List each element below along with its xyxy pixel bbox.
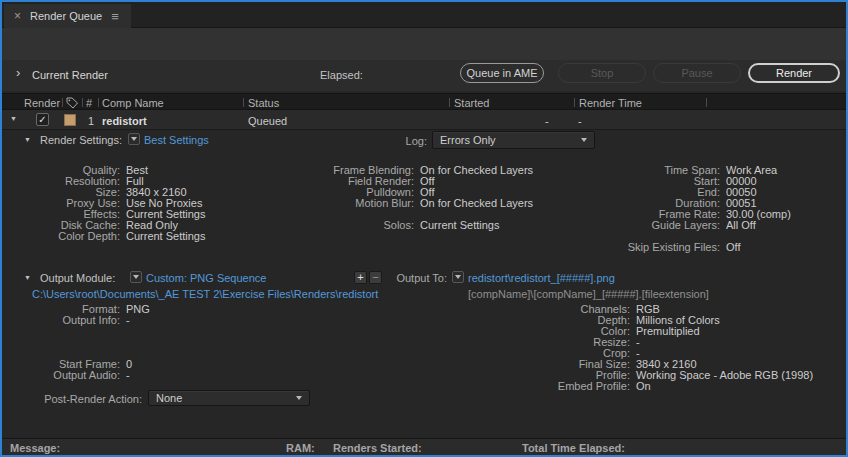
column-separator [98,98,99,107]
close-icon[interactable]: × [14,9,21,23]
render-settings-preset-dropdown-icon[interactable] [128,133,140,145]
item-comp-name: redistort [102,115,147,127]
output-module-preset-dropdown-icon[interactable] [130,271,142,283]
pause-button[interactable]: Pause [653,63,741,83]
setting-value: On [636,381,651,392]
panel-menu-icon[interactable]: ≡ [111,9,119,24]
tag-icon [66,97,79,109]
elapsed-label: Elapsed: [320,69,363,81]
rs-color-depth: Color Depth:Current Settings [10,231,355,242]
render-button[interactable]: Render [748,63,840,83]
render-checkbox[interactable]: ✓ [36,113,49,126]
output-module-title: Output Module: [40,272,115,284]
output-to-dropdown-icon[interactable] [452,271,464,283]
output-path-link[interactable]: C:\Users\root\Documents\_AE TEST 2\Exerc… [32,288,378,300]
chevron-down-icon [296,396,302,400]
col-render: Render [24,97,60,109]
queue-empty-area [2,28,846,60]
current-render-disclosure-icon[interactable]: › [16,65,20,80]
column-separator [574,98,575,107]
setting-label: Motion Blur: [232,198,414,209]
setting-value: Current Settings [420,220,499,231]
setting-label: Guide Layers: [558,220,720,231]
remove-output-module-button[interactable]: − [369,271,382,284]
output-module-preset-link[interactable]: Custom: PNG Sequence [146,272,266,284]
panel-tab-bar: × Render Queue ≡ [2,2,846,28]
output-to-file-link[interactable]: redistort\redistort_[#####].png [468,272,615,284]
ram-label: RAM: [286,442,315,454]
col-comp-name: Comp Name [102,97,164,109]
message-label: Message: [10,442,60,454]
output-to-label: Output To: [392,272,447,284]
col-started: Started [454,97,489,109]
column-separator [706,98,707,107]
setting-value: On for Checked Layers [420,198,533,209]
total-time-elapsed-label: Total Time Elapsed: [522,442,625,454]
spacer [10,337,355,348]
queue-table-header: Render # Comp Name Status Started Render… [2,93,846,110]
setting-value: Current Settings [126,231,205,242]
om-color: Color:Premultiplied [502,326,846,337]
column-separator [449,98,450,107]
item-status: Queued [248,115,287,127]
render-settings-disclosure-icon[interactable]: ▼ [24,136,31,143]
om-embed-profile: Embed Profile:On [502,381,846,392]
label-color-swatch[interactable] [64,114,76,126]
panel-title: Render Queue [30,10,102,22]
setting-label: Color Depth: [10,231,120,242]
item-number: 1 [88,115,94,127]
setting-label: Output Audio: [10,370,120,381]
output-module-left-column: Format:PNG Output Info:- Start Frame:0 O… [10,304,355,381]
om-resize: Resize:- [502,337,846,348]
column-separator [62,98,63,107]
om-format: Format:PNG [10,304,355,315]
stop-button[interactable]: Stop [558,63,646,83]
render-settings-preset-link[interactable]: Best Settings [144,134,209,146]
queue-in-ame-button[interactable]: Queue in AME [460,63,544,83]
chevron-down-icon [581,138,587,142]
column-separator [82,98,83,107]
item-render-time: - [578,115,582,127]
rs-solos: Solos:Current Settings [232,220,562,231]
log-dropdown-value: Errors Only [440,134,496,146]
post-render-action-label: Post-Render Action: [10,393,142,405]
output-module-disclosure-icon[interactable]: ▼ [24,274,31,281]
setting-value: - [126,370,130,381]
status-bar: Message: RAM: Renders Started: Total Tim… [2,438,846,455]
current-render-label: Current Render [32,69,108,81]
setting-value: - [126,315,130,326]
render-settings-right-column: Time Span:Work Area Start:00000 End:0005… [558,165,846,253]
output-module-right-column: Channels:RGB Depth:Millions of Colors Co… [502,304,846,392]
item-started: - [545,115,549,127]
setting-label: Solos: [232,220,414,231]
tab-render-queue[interactable]: × Render Queue ≡ [4,4,131,28]
setting-label: Start: [558,176,720,187]
setting-value: On for Checked Layers [420,165,533,176]
setting-value: Off [726,242,740,253]
setting-label: Skip Existing Files: [558,242,720,253]
om-profile: Profile:Working Space - Adobe RGB (1998) [502,370,846,381]
renders-started-label: Renders Started: [333,442,422,454]
rs-skip-existing-files: Skip Existing Files:Off [558,242,846,253]
om-output-info: Output Info:- [10,315,355,326]
spacer [10,326,355,337]
setting-value: All Off [726,220,756,231]
col-status: Status [248,97,279,109]
setting-value: Premultiplied [636,326,700,337]
post-render-action-dropdown[interactable]: None [148,390,310,406]
log-label: Log: [382,135,427,147]
col-number: # [86,97,92,109]
file-name-template: [compName]\[compName]_[#####].[fileexten… [468,288,709,300]
item-disclosure-icon[interactable]: ▼ [10,115,17,122]
column-separator [243,98,244,107]
add-output-module-button[interactable]: + [354,271,367,284]
rs-guide-layers: Guide Layers:All Off [558,220,846,231]
render-settings-title: Render Settings: [40,134,122,146]
render-queue-panel: × Render Queue ≡ › Current Render Elapse… [0,0,848,457]
setting-label: Embed Profile: [502,381,630,392]
setting-value: Working Space - Adobe RGB (1998) [636,370,813,381]
om-output-audio: Output Audio:- [10,370,355,381]
log-dropdown[interactable]: Errors Only [432,131,595,149]
col-render-time: Render Time [579,97,642,109]
render-settings-middle-column: Frame Blending:On for Checked Layers Fie… [232,165,562,231]
